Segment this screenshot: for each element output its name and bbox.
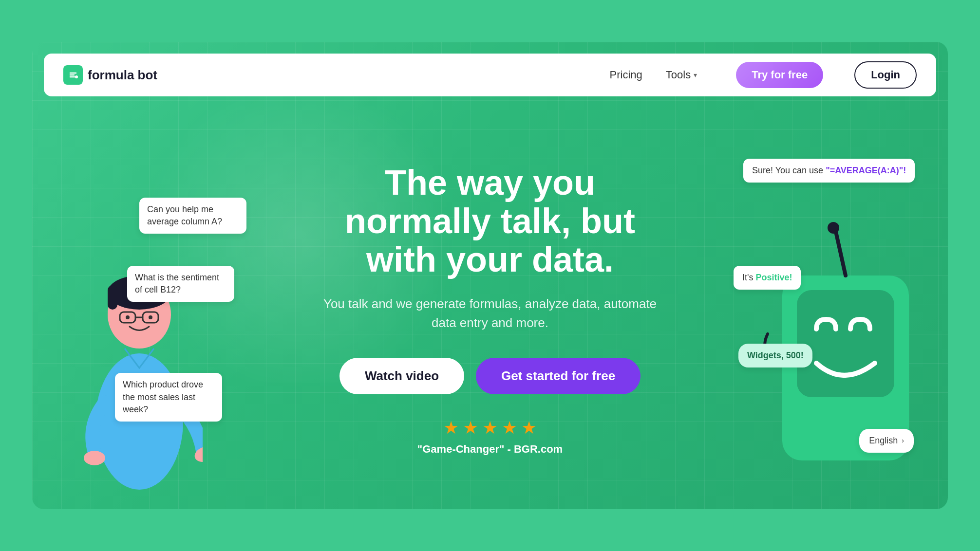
svg-rect-14 (797, 290, 894, 397)
right-illustration: Sure! You can use "=AVERAGE(A:A)"! It's … (734, 159, 928, 490)
svg-point-10 (149, 315, 152, 319)
chat-bubble-3: Which product drove the most sales last … (115, 373, 222, 422)
login-button[interactable]: Login (854, 61, 917, 89)
svg-point-16 (828, 222, 839, 234)
watch-video-button[interactable]: Watch video (339, 358, 464, 394)
main-container: formula bot Pricing Tools ▾ Try for free… (32, 42, 948, 509)
left-illustration: Can you help me average column A? What i… (52, 159, 285, 490)
formula-text: "=AVERAGE(A:A)"! (826, 165, 906, 175)
cta-buttons: Watch video Get started for free (320, 358, 660, 394)
chat-bubble-1: Can you help me average column A? (139, 198, 246, 234)
nav-tools[interactable]: Tools ▾ (666, 69, 697, 81)
main-content: Can you help me average column A? What i… (32, 110, 948, 509)
star-3: ★ (482, 418, 498, 438)
bot-bubble-widgets: Widgets, 500! (738, 344, 812, 367)
star-rating: ★ ★ ★ ★ ★ (443, 418, 537, 438)
logo-area: formula bot (63, 65, 610, 85)
svg-point-1 (75, 75, 78, 78)
svg-point-9 (126, 315, 130, 319)
bot-bubble-formula: Sure! You can use "=AVERAGE(A:A)"! (743, 159, 915, 183)
nav-links: Pricing Tools ▾ Try for free Login (610, 61, 917, 89)
svg-rect-5 (108, 285, 117, 310)
sentiment-text: Positive! (755, 273, 792, 282)
navbar: formula bot Pricing Tools ▾ Try for free… (44, 54, 936, 96)
chevron-down-icon: ▾ (694, 71, 697, 79)
bot-bubble-sentiment: It's Positive! (734, 266, 801, 290)
nav-pricing[interactable]: Pricing (610, 69, 642, 81)
bot-bubble-language[interactable]: English › (859, 429, 914, 453)
star-5: ★ (521, 418, 537, 438)
get-started-button[interactable]: Get started for free (476, 358, 641, 394)
svg-line-15 (836, 232, 846, 276)
star-4: ★ (502, 418, 517, 438)
hero-title: The way you normally talk, but with your… (320, 164, 660, 279)
svg-point-12 (84, 451, 105, 465)
star-2: ★ (463, 418, 478, 438)
chevron-right-icon: › (902, 436, 904, 446)
chat-bubble-2: What is the sentiment of cell B12? (127, 266, 234, 302)
logo-icon (63, 65, 83, 85)
try-free-button[interactable]: Try for free (736, 62, 823, 88)
logo-text: formula bot (88, 68, 157, 83)
star-1: ★ (443, 418, 459, 438)
person-illustration (76, 217, 203, 490)
hero-subtitle: You talk and we generate formulas, analy… (320, 294, 660, 332)
stars-section: ★ ★ ★ ★ ★ "Game-Changer" - BGR.com (320, 418, 660, 456)
review-text: "Game-Changer" - BGR.com (417, 443, 563, 456)
center-section: The way you normally talk, but with your… (320, 164, 660, 456)
